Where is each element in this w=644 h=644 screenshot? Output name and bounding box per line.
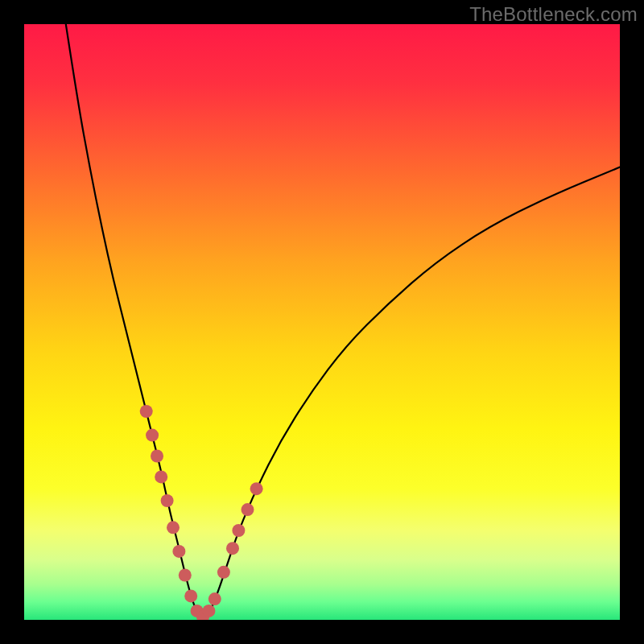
highlight-dot [184, 589, 197, 602]
highlight-dot [140, 405, 153, 418]
highlight-dot [232, 524, 245, 537]
highlight-dot [167, 521, 180, 534]
highlight-dot [172, 545, 185, 558]
highlight-dot [155, 470, 167, 483]
plot-area [24, 24, 620, 620]
highlight-dot [226, 542, 239, 555]
highlight-dot [202, 605, 215, 617]
highlight-dot [242, 503, 254, 516]
highlight-dot [146, 429, 159, 442]
highlight-dot [250, 482, 263, 495]
chart-frame: TheBottleneck.com [0, 0, 644, 644]
curve-layer [24, 24, 620, 620]
highlight-dot [179, 569, 192, 582]
highlight-dot [161, 494, 174, 507]
highlight-dots-group [140, 405, 263, 620]
bottleneck-curve [66, 24, 620, 618]
highlight-dot [208, 592, 221, 605]
highlight-dot [217, 566, 230, 579]
watermark-text: TheBottleneck.com [469, 3, 638, 26]
highlight-dot [151, 450, 163, 463]
